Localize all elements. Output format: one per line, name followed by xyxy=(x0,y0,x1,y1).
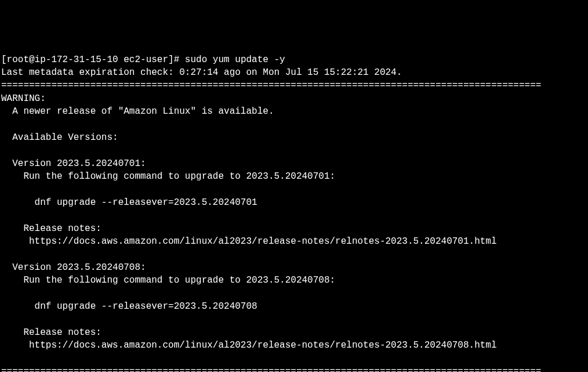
available-versions-header: Available Versions: xyxy=(1,132,118,143)
terminal-output[interactable]: [root@ip-172-31-15-10 ec2-user]# sudo yu… xyxy=(1,53,587,372)
version1-header: Version 2023.5.20240701: xyxy=(1,158,146,169)
version1-command: dnf upgrade --releasever=2023.5.20240701 xyxy=(1,197,257,208)
version2-release-notes-label: Release notes: xyxy=(1,327,101,338)
version2-release-notes-url: https://docs.aws.amazon.com/linux/al2023… xyxy=(1,340,497,351)
version2-header: Version 2023.5.20240708: xyxy=(1,262,146,273)
separator-line: ========================================… xyxy=(1,366,541,372)
warning-header: WARNING: xyxy=(1,93,46,104)
command-input: sudo yum update -y xyxy=(185,55,285,65)
separator-line: ========================================… xyxy=(1,80,541,91)
version1-release-notes-url: https://docs.aws.amazon.com/linux/al2023… xyxy=(1,236,497,247)
version2-run-line: Run the following command to upgrade to … xyxy=(1,275,335,286)
version1-run-line: Run the following command to upgrade to … xyxy=(1,171,335,182)
metadata-line: Last metadata expiration check: 0:27:14 … xyxy=(1,67,402,78)
version1-release-notes-label: Release notes: xyxy=(1,223,101,234)
warning-body: A newer release of "Amazon Linux" is ava… xyxy=(1,106,274,117)
version2-command: dnf upgrade --releasever=2023.5.20240708 xyxy=(1,301,257,312)
shell-prompt: [root@ip-172-31-15-10 ec2-user]# xyxy=(1,55,185,65)
